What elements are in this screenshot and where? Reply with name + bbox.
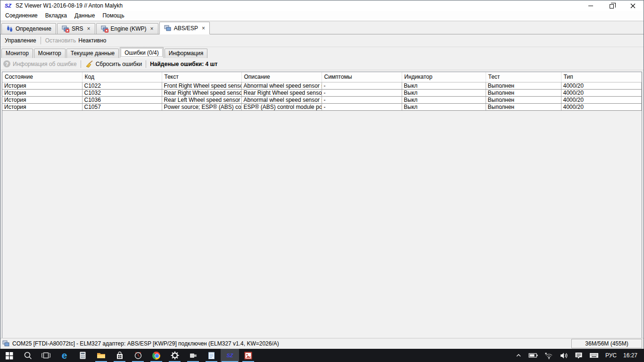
wifi-icon: [545, 352, 553, 359]
table-row[interactable]: История C1036 Rear Left Wheel speed sens…: [2, 96, 642, 103]
tab-close-icon[interactable]: ×: [150, 26, 154, 31]
action-center-button[interactable]: [571, 349, 586, 362]
question-circle-icon: [3, 60, 10, 67]
menu-tab[interactable]: Вкладка: [41, 11, 71, 21]
col-header-description[interactable]: Описание: [241, 72, 322, 82]
tab-abs-esp[interactable]: ABS/ESP ×: [159, 22, 210, 34]
edge-button[interactable]: e: [55, 349, 74, 362]
search-button[interactable]: [18, 349, 37, 362]
menu-connection[interactable]: Соединение: [1, 11, 41, 21]
table-row[interactable]: История C1032 Rear Right Wheel speed sen…: [2, 89, 642, 96]
close-icon: [630, 3, 636, 9]
minimize-icon: [588, 6, 593, 6]
sz-icon: SZ: [226, 353, 233, 358]
chevron-up-icon: [515, 353, 522, 358]
file-explorer-button[interactable]: [92, 349, 110, 362]
tab-srs[interactable]: SRS ×: [57, 23, 95, 34]
settings-button[interactable]: [165, 349, 184, 362]
tab-label: Engine (KWP): [111, 25, 147, 32]
cell-text: Power source; ESP® (ABS) cont...: [162, 103, 241, 110]
col-header-symptoms[interactable]: Симптомы: [322, 72, 402, 82]
taskbar: e: [0, 349, 644, 362]
chrome-icon: [152, 352, 160, 360]
app-logo-icon: SZ: [5, 3, 11, 8]
usb-drive-icon: [189, 352, 198, 359]
toolbar-separator: [81, 60, 81, 68]
tab-engine-kwp[interactable]: Engine (KWP) ×: [96, 23, 158, 34]
tab-page-content: Состояние Код Текст Описание Симптомы Ин…: [0, 70, 644, 338]
speaker-icon: [560, 352, 568, 359]
windows-logo-icon: [5, 352, 13, 360]
edge-icon: e: [62, 351, 67, 360]
subtab-monitor-1[interactable]: Монитор: [1, 49, 33, 58]
language-indicator[interactable]: РУС: [602, 349, 620, 362]
col-header-code[interactable]: Код: [82, 72, 162, 82]
store-bag-icon: [116, 352, 124, 360]
sz-viewer-button[interactable]: SZ: [221, 349, 239, 362]
touch-keyboard-button[interactable]: [586, 349, 602, 362]
start-button[interactable]: [0, 349, 18, 362]
subtab-monitor-2[interactable]: Монитор: [34, 49, 66, 58]
image-viewer-button[interactable]: [239, 349, 257, 362]
network-status[interactable]: [541, 349, 556, 362]
tab-definition[interactable]: Определение: [1, 23, 56, 34]
app-window: SZ SZ Viewer W1-2016-08-19 // Anton Maly…: [0, 0, 644, 349]
usb-tool-button[interactable]: [184, 349, 202, 362]
cell-indicator: Выкл: [402, 82, 486, 89]
restore-button[interactable]: [601, 0, 622, 11]
notepad-button[interactable]: [202, 349, 221, 362]
cell-symptoms: -: [322, 103, 402, 110]
task-view-button[interactable]: [37, 349, 55, 362]
col-header-test[interactable]: Тест: [486, 72, 561, 82]
col-header-state[interactable]: Состояние: [2, 72, 82, 82]
table-row[interactable]: История C1022 Front Right Wheel speed se…: [2, 82, 642, 89]
volume-control[interactable]: [556, 349, 571, 362]
title-bar: SZ SZ Viewer W1-2016-08-19 // Anton Maly…: [0, 0, 644, 11]
col-header-text[interactable]: Текст: [162, 72, 241, 82]
tab-close-icon[interactable]: ×: [87, 26, 91, 31]
menu-help[interactable]: Помощь: [99, 11, 128, 21]
subtab-information[interactable]: Информация: [165, 49, 207, 58]
reset-errors-label: Сбросить ошибки: [96, 61, 142, 67]
cell-test: Выполнен: [486, 82, 561, 89]
error-table: Состояние Код Текст Описание Симптомы Ин…: [2, 72, 642, 338]
cell-indicator: Выкл: [402, 96, 486, 103]
stop-button[interactable]: Остановить: [45, 37, 76, 44]
tray-expand-button[interactable]: [512, 349, 525, 362]
menu-data[interactable]: Данные: [71, 11, 99, 21]
tab-label: ABS/ESP: [174, 25, 198, 32]
cell-test: Выполнен: [486, 96, 561, 103]
tab-label: Определение: [16, 25, 51, 32]
calculator-button[interactable]: [74, 349, 92, 362]
cell-text: Rear Right Wheel speed sensor ...: [162, 89, 241, 96]
cell-test: Выполнен: [486, 103, 561, 110]
alarms-clock-button[interactable]: [129, 349, 147, 362]
clock[interactable]: 16:27: [620, 349, 644, 362]
subtab-errors[interactable]: Ошибки (0/4): [120, 47, 164, 58]
table-row[interactable]: История C1057 Power source; ESP® (ABS) c…: [2, 103, 642, 110]
device-icon: [164, 25, 172, 32]
close-button[interactable]: [622, 0, 644, 11]
cell-state: История: [2, 96, 82, 103]
cell-state: История: [2, 89, 82, 96]
subtab-current-data[interactable]: Текущие данные: [66, 49, 119, 58]
manage-menu-button[interactable]: Управление: [5, 37, 36, 44]
connection-status: COM25 [FTDI-A80072tc] - ELM327 адаптер: …: [12, 340, 279, 347]
cell-text: Front Right Wheel speed sensor...: [162, 82, 241, 89]
tab-close-icon[interactable]: ×: [202, 26, 205, 31]
cell-indicator: Выкл: [402, 89, 486, 96]
col-header-indicator[interactable]: Индикатор: [402, 72, 486, 82]
cell-type: 4000/20: [561, 103, 642, 110]
gear-icon: [171, 351, 179, 360]
chrome-button[interactable]: [147, 349, 165, 362]
col-header-type[interactable]: Тип: [561, 72, 642, 82]
menu-bar: Соединение Вкладка Данные Помощь: [0, 11, 644, 21]
store-button[interactable]: [110, 349, 129, 362]
toolbar-separator: [146, 60, 146, 68]
error-info-button[interactable]: Информация об ошибке: [3, 60, 77, 67]
battery-status[interactable]: [525, 349, 541, 362]
reset-errors-button[interactable]: Сбросить ошибки: [85, 60, 142, 68]
minimize-button[interactable]: [580, 0, 601, 11]
window-controls: [580, 0, 644, 11]
cell-symptoms: -: [322, 89, 402, 96]
